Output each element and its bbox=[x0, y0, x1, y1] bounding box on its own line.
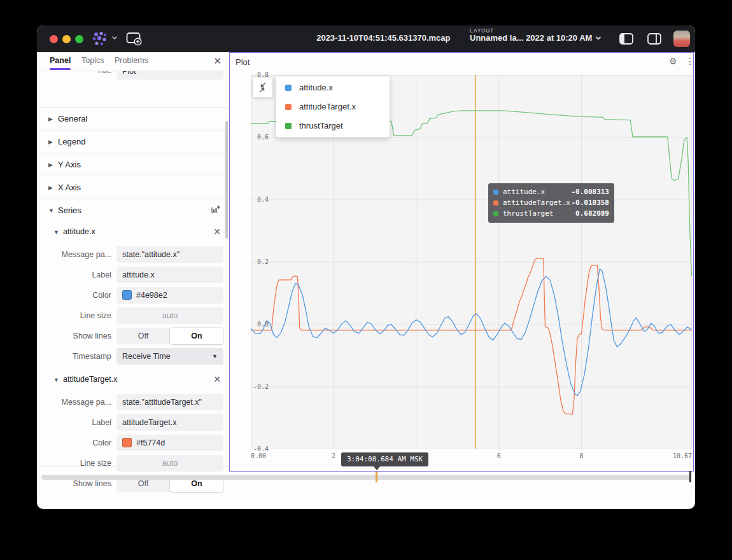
sidebar-tabs: Panel Topics Problems ✕ bbox=[37, 52, 229, 71]
add-series-icon[interactable] bbox=[211, 204, 221, 214]
x-tick-label: 8 bbox=[580, 452, 584, 459]
field-line-size: Line size auto bbox=[37, 305, 229, 326]
caret-right-icon: ▶ bbox=[48, 185, 53, 191]
user-avatar[interactable] bbox=[673, 31, 690, 47]
scrubber-hover-marker bbox=[376, 472, 377, 482]
zoom-window-button[interactable] bbox=[75, 35, 83, 43]
field-message-path: Message pa... state."attitudeTarget.x" bbox=[37, 392, 229, 412]
sidebar-close-icon[interactable]: ✕ bbox=[213, 55, 222, 67]
caret-down-icon: ▼ bbox=[53, 377, 59, 383]
title-field-input[interactable]: Plot bbox=[116, 71, 223, 80]
titlebar: 2023-11-10T04:51:45.631370.mcap LAYOUT U… bbox=[37, 25, 695, 52]
minimize-window-button[interactable] bbox=[62, 35, 71, 43]
section-x-axis[interactable]: ▶X Axis bbox=[37, 176, 229, 199]
series-header-attitude-target-x[interactable]: ▼ attitudeTarget.x ✕ bbox=[37, 369, 229, 391]
toggle-right-sidebar-button[interactable] bbox=[647, 31, 662, 46]
plot-panel[interactable]: Plot ⚙ ⋮ 0.80.60.40.20.0-0.2-0.4 0.00246… bbox=[229, 52, 694, 472]
panel-menu-dots-icon[interactable]: ⋮ bbox=[686, 56, 694, 66]
playback-scrubber[interactable] bbox=[41, 475, 691, 480]
tab-problems[interactable]: Problems bbox=[115, 56, 148, 65]
settings-sidebar: Panel Topics Problems ✕ Title Plot ▶Gene… bbox=[37, 52, 229, 467]
tooltip-row: attitude.x -0.008313 bbox=[493, 187, 609, 198]
plot-hover-tooltip: attitude.x -0.008313 attitudeTarget.x -0… bbox=[488, 183, 614, 223]
chevron-down-icon: ▼ bbox=[212, 348, 218, 365]
show-lines-toggle: Off On bbox=[116, 328, 223, 344]
scrubber-hover-time-tooltip: 3:04:08.684 AM MSK bbox=[341, 452, 428, 466]
field-show-lines: Show lines Off On bbox=[37, 326, 229, 346]
series-color-swatch bbox=[285, 104, 292, 110]
scrubber-playhead[interactable] bbox=[689, 471, 691, 482]
caret-right-icon: ▶ bbox=[48, 116, 53, 122]
legend-item[interactable]: thrustTarget bbox=[276, 116, 390, 136]
y-tick-label: 0.6 bbox=[250, 134, 269, 141]
series-color-swatch bbox=[493, 200, 498, 206]
plot-panel-title: Plot bbox=[236, 57, 250, 67]
label-input[interactable]: attitude.x bbox=[116, 267, 223, 283]
add-panel-icon[interactable] bbox=[126, 32, 143, 46]
app-window: 2023-11-10T04:51:45.631370.mcap LAYOUT U… bbox=[37, 25, 695, 509]
clipped-title-row: Title Plot bbox=[37, 71, 229, 80]
y-tick-label: 0.0 bbox=[250, 321, 269, 328]
series-header-attitude-x[interactable]: ▼ attitude.x ✕ bbox=[37, 221, 229, 243]
show-lines-on-button[interactable]: On bbox=[170, 328, 223, 344]
y-tick-label: -0.4 bbox=[250, 445, 269, 452]
sidebar-scrollbar[interactable] bbox=[225, 121, 228, 239]
data-source-chevron-icon[interactable] bbox=[111, 34, 118, 41]
remove-series-icon[interactable]: ✕ bbox=[213, 374, 221, 384]
foxglove-logo-icon[interactable] bbox=[92, 31, 108, 46]
field-timestamp: Timestamp Receive Time▼ bbox=[37, 346, 229, 367]
caret-right-icon: ▶ bbox=[48, 162, 53, 168]
field-label: Label attitude.x bbox=[37, 265, 229, 285]
remove-series-icon[interactable]: ✕ bbox=[213, 227, 221, 237]
x-tick-label: 0.00 bbox=[251, 452, 266, 459]
tab-panel[interactable]: Panel bbox=[50, 56, 71, 65]
field-label: Label attitudeTarget.x bbox=[37, 412, 229, 433]
color-input[interactable]: #4e98e2 bbox=[116, 287, 223, 304]
close-window-button[interactable] bbox=[50, 35, 58, 43]
section-general[interactable]: ▶General bbox=[37, 107, 229, 130]
data-source-title[interactable]: 2023-11-10T04:51:45.631370.mcap bbox=[316, 33, 450, 43]
show-lines-off-button[interactable]: Off bbox=[116, 328, 170, 344]
layout-name: Unnamed la... 2022 at 10:20 AM bbox=[470, 34, 592, 43]
x-tick-label: 2 bbox=[332, 452, 335, 459]
message-path-input[interactable]: state."attitude.x" bbox=[116, 246, 223, 263]
color-swatch[interactable] bbox=[122, 290, 132, 300]
section-y-axis[interactable]: ▶Y Axis bbox=[37, 153, 229, 176]
layout-selector[interactable]: LAYOUT Unnamed la... 2022 at 10:20 AM bbox=[470, 28, 592, 43]
plot-legend: attitude.x attitudeTarget.x thrustTarget bbox=[276, 76, 390, 137]
series-color-swatch bbox=[493, 190, 498, 195]
x-tick-label: 6 bbox=[497, 452, 501, 459]
section-legend[interactable]: ▶Legend bbox=[37, 130, 229, 153]
caret-down-icon: ▼ bbox=[48, 207, 54, 214]
field-color: Color #f5774d bbox=[37, 433, 229, 453]
field-color: Color #4e98e2 bbox=[37, 285, 229, 305]
caret-right-icon: ▶ bbox=[48, 139, 53, 145]
panel-settings-gear-icon[interactable]: ⚙ bbox=[669, 56, 677, 66]
tooltip-row: attitudeTarget.x -0.018358 bbox=[493, 198, 609, 209]
line-size-input[interactable]: auto bbox=[116, 455, 223, 472]
section-series[interactable]: ▼ Series bbox=[37, 199, 229, 222]
timestamp-select[interactable]: Receive Time▼ bbox=[116, 348, 223, 365]
toggle-left-sidebar-button[interactable] bbox=[619, 31, 634, 46]
legend-item[interactable]: attitude.x bbox=[276, 78, 390, 97]
tooltip-row: thrustTarget 0.682089 bbox=[493, 209, 609, 220]
legend-item[interactable]: attitudeTarget.x bbox=[276, 97, 390, 116]
line-size-input[interactable]: auto bbox=[116, 307, 223, 324]
series-color-swatch bbox=[285, 85, 292, 91]
layout-chevron-icon[interactable] bbox=[595, 34, 602, 42]
x-tick-label: 10.67 bbox=[673, 452, 692, 459]
y-tick-label: 0.2 bbox=[250, 258, 269, 265]
collapse-legend-button[interactable] bbox=[253, 78, 272, 97]
field-message-path: Message pa... state."attitude.x" bbox=[37, 244, 229, 265]
y-tick-label: -0.2 bbox=[250, 383, 269, 390]
series-color-swatch bbox=[285, 123, 292, 129]
color-swatch[interactable] bbox=[122, 438, 132, 447]
message-path-input[interactable]: state."attitudeTarget.x" bbox=[116, 394, 223, 410]
tab-topics[interactable]: Topics bbox=[81, 56, 104, 65]
caret-down-icon: ▼ bbox=[53, 229, 59, 235]
series-color-swatch bbox=[493, 211, 498, 216]
field-line-size: Line size auto bbox=[37, 453, 229, 473]
label-input[interactable]: attitudeTarget.x bbox=[116, 414, 223, 431]
scrubber-tooltip-caret bbox=[373, 466, 381, 470]
color-input[interactable]: #f5774d bbox=[116, 435, 223, 451]
